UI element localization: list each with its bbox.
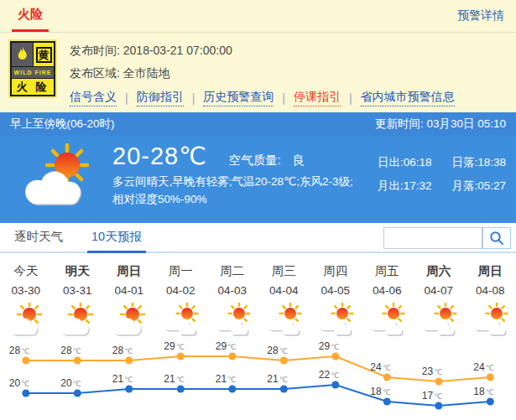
publish-time-label: 发布时间:	[70, 44, 120, 57]
action-link[interactable]: 停课指引	[294, 90, 341, 106]
current-weather-panel: 20-28℃ 空气质量: 良 多云间晴天,早晚有轻雾;气温20-28℃;东风2-…	[0, 136, 516, 223]
publish-time-row: 发布时间: 2018-03-21 07:00:00	[70, 39, 506, 62]
update-time-label: 更新时间:	[375, 117, 424, 130]
publish-area-row: 发布区域: 全市陆地	[70, 62, 506, 85]
tab-ten-day-forecast[interactable]: 10天预报	[87, 229, 146, 253]
forecast-day-name: 周四	[310, 261, 362, 281]
forecast-day-name: 周二	[206, 261, 258, 281]
forecast-day-name: 周三	[258, 261, 310, 281]
action-link[interactable]: 历史预警查询	[203, 90, 274, 106]
forecast-day-name: 明天	[52, 261, 104, 281]
forecast-date: 04-03	[206, 281, 258, 301]
air-quality-label: 空气质量:	[229, 153, 281, 167]
forecast-day-name: 周日	[465, 261, 516, 281]
forecast-day-name: 周五	[362, 261, 414, 281]
tab-fire-danger[interactable]: 火险	[12, 0, 49, 32]
link-separator: |	[192, 91, 195, 105]
partly-sunny-icon	[103, 303, 155, 340]
update-time: 更新时间: 03月30日 05:10	[375, 117, 506, 132]
partly-sunny-icon	[0, 303, 52, 340]
warning-type-en: WILD FIRE	[12, 67, 54, 78]
action-link[interactable]: 信号含义	[70, 90, 117, 106]
cloudy-icon	[413, 303, 465, 340]
svg-text:21℃: 21℃	[164, 373, 184, 385]
weather-description: 多云间晴天,早晚有轻雾;气温20-28℃;东风2-3级;相对湿度50%-90%	[112, 173, 364, 208]
partly-sunny-icon	[52, 303, 104, 340]
sun-with-cloud-icon	[17, 143, 106, 223]
svg-text:28℃: 28℃	[60, 345, 81, 356]
forecast-date: 04-07	[413, 281, 465, 301]
sunrise: 日出:06:18	[378, 155, 432, 170]
forecast-icon-row	[0, 301, 516, 341]
forecast-day-name: 周六	[413, 261, 465, 281]
cloudy-icon	[155, 303, 207, 340]
forecast-date: 04-06	[362, 281, 414, 301]
search-button[interactable]	[482, 227, 511, 249]
svg-text:23℃: 23℃	[422, 366, 442, 377]
fire-warning-badge: 黄 WILD FIRE 火 险	[8, 39, 57, 98]
current-period-bar: 早上至傍晚(06-20时) 更新时间: 03月30日 05:10	[0, 112, 516, 136]
sunset: 日落:18:38	[451, 155, 506, 170]
svg-text:21℃: 21℃	[216, 373, 236, 385]
publish-area-label: 发布区域:	[70, 66, 120, 80]
warning-type-cn: 火 险	[12, 79, 54, 95]
publish-area-value: 全市陆地	[123, 66, 170, 80]
forecast-day-name: 今天	[0, 261, 52, 281]
forecast-date: 04-08	[465, 281, 516, 301]
flame-icon	[12, 43, 33, 66]
svg-text:18℃: 18℃	[370, 386, 390, 397]
svg-text:21℃: 21℃	[112, 373, 133, 385]
ten-day-forecast: 今天明天周日周一周二周三周四周五周六周日 03-3003-3104-0104-0…	[0, 261, 516, 419]
svg-text:29℃: 29℃	[164, 341, 184, 352]
update-time-value: 03月30日 05:10	[426, 117, 506, 130]
forecast-period: 早上至傍晚(06-20时)	[10, 117, 115, 132]
svg-text:20℃: 20℃	[60, 377, 81, 389]
forecast-day-name: 周日	[103, 261, 155, 281]
cloudy-icon	[206, 303, 258, 340]
warning-tab-row: 火险 预警详情	[0, 0, 516, 33]
sun-moon-times: 日出:06:18 日落:18:38 月出:17:32 月落:05:27	[378, 155, 506, 194]
forecast-date: 03-31	[52, 281, 104, 301]
warning-grade: 黄	[34, 43, 54, 66]
action-links: 信号含义|防御指引|历史预警查询|停课指引|省内城市预警信息	[70, 90, 506, 106]
svg-text:17℃: 17℃	[422, 390, 442, 402]
svg-text:18℃: 18℃	[473, 386, 493, 397]
action-link[interactable]: 防御指引	[137, 90, 184, 106]
publish-time-value: 2018-03-21 07:00:00	[123, 44, 232, 57]
forecast-date: 04-02	[155, 281, 207, 301]
temperature-chart: 28℃28℃28℃29℃29℃28℃29℃24℃23℃24℃20℃20℃21℃2…	[0, 341, 516, 419]
warning-panel: 火险 预警详情 黄 WILD FIRE 火 险 发布时间: 2018-03-2	[0, 0, 516, 112]
forecast-tab-bar: 逐时天气 10天预报	[0, 226, 516, 253]
cloudy-icon	[310, 303, 362, 340]
link-separator: |	[349, 91, 352, 105]
search-input[interactable]	[383, 227, 482, 249]
tab-hourly-weather[interactable]: 逐时天气	[10, 229, 67, 251]
forecast-date-row: 03-3003-3104-0104-0204-0304-0404-0504-06…	[0, 281, 516, 301]
air-quality-value: 良	[293, 153, 305, 167]
link-separator: |	[125, 91, 128, 105]
forecast-date: 04-01	[103, 281, 155, 301]
temp-range: 20-28℃	[112, 142, 207, 170]
air-quality: 空气质量: 良	[229, 153, 305, 169]
svg-text:24℃: 24℃	[370, 361, 390, 373]
svg-text:22℃: 22℃	[319, 369, 339, 381]
search-icon	[489, 231, 504, 246]
svg-text:21℃: 21℃	[267, 373, 287, 385]
moonrise: 月出:17:32	[378, 179, 432, 194]
svg-text:28℃: 28℃	[9, 345, 29, 356]
action-link[interactable]: 省内城市预警信息	[361, 90, 455, 106]
svg-text:29℃: 29℃	[216, 341, 236, 352]
forecast-day-row: 今天明天周日周一周二周三周四周五周六周日	[0, 261, 516, 281]
forecast-date: 03-30	[0, 281, 52, 301]
forecast-date: 04-05	[310, 281, 362, 301]
moonset: 月落:05:27	[451, 179, 506, 194]
link-separator: |	[282, 91, 285, 105]
svg-text:24℃: 24℃	[473, 361, 493, 373]
svg-text:29℃: 29℃	[319, 341, 339, 352]
svg-text:28℃: 28℃	[267, 345, 287, 356]
warning-details-link[interactable]: 预警详情	[457, 8, 504, 23]
forecast-date: 04-04	[258, 281, 310, 301]
forecast-day-name: 周一	[155, 261, 207, 281]
cloudy-icon	[258, 303, 310, 340]
svg-text:28℃: 28℃	[112, 345, 133, 356]
